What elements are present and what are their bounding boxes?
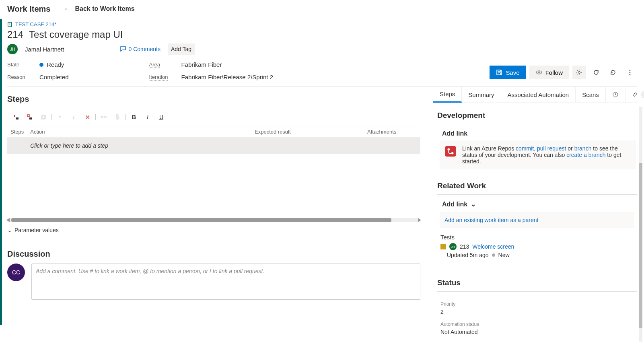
comments-count: 0 Comments (129, 46, 160, 52)
comment-icon (120, 46, 126, 52)
italic-button[interactable]: I (142, 111, 153, 123)
related-work-heading: Related Work (437, 181, 637, 190)
delete-icon: ✕ (85, 113, 90, 121)
more-vertical-icon (627, 69, 633, 76)
field-reason[interactable]: Reason Completed (7, 74, 69, 80)
vertical-scrollbar[interactable] (639, 107, 642, 342)
save-button[interactable]: Save (490, 66, 526, 79)
steps-heading: Steps (7, 95, 420, 104)
parameter-values-toggle[interactable]: ⌄ Parameter values (7, 227, 420, 233)
col-expected: Expected result (251, 126, 364, 138)
format-button[interactable] (98, 111, 109, 123)
svg-rect-18 (440, 244, 446, 249)
assignee-avatar[interactable]: JH (7, 44, 18, 54)
back-link-label: Back to Work Items (75, 5, 134, 12)
meta-row: JH Jamal Hartnett 0 Comments Add Tag (7, 43, 638, 59)
automation-status-label: Automation status (440, 321, 634, 327)
underline-button[interactable]: U (156, 111, 167, 123)
priority-field[interactable]: Priority 2 (437, 297, 637, 317)
refresh-button[interactable] (589, 66, 603, 79)
move-down-button[interactable]: ↓ (68, 111, 79, 123)
svg-point-3 (578, 72, 580, 74)
add-step-placeholder: Click or type here to add a step (27, 138, 420, 154)
arrow-left-icon: ← (64, 5, 71, 13)
more-button[interactable] (623, 66, 637, 79)
main-body: Steps ↑ ↓ ✕ B I U (7, 86, 638, 342)
scrollbar-thumb[interactable] (639, 163, 642, 328)
move-up-button[interactable]: ↑ (54, 111, 66, 123)
branch-link[interactable]: branch (574, 145, 592, 152)
tab-summary[interactable]: Summary (462, 87, 501, 102)
add-tag-button[interactable]: Add Tag (168, 43, 195, 55)
svg-point-4 (630, 70, 631, 71)
svg-rect-12 (101, 116, 103, 118)
paperclip-icon (115, 114, 120, 120)
tab-steps[interactable]: Steps (433, 86, 462, 103)
format-icon (101, 114, 107, 120)
field-state[interactable]: State Ready (7, 61, 69, 68)
add-link-heading[interactable]: Add link (437, 130, 637, 137)
commit-link[interactable]: commit (516, 145, 534, 152)
attach-button[interactable] (112, 111, 123, 123)
add-step-button[interactable] (10, 111, 22, 123)
top-navigation: Work Items ← Back to Work Items (0, 0, 644, 18)
svg-rect-0 (8, 22, 12, 27)
test-assignee-avatar: JH (449, 243, 457, 250)
page-title: Work Items (7, 4, 50, 14)
field-col-left: State Ready Reason Completed (7, 61, 69, 80)
tests-label: Tests (440, 234, 637, 241)
add-link-button[interactable]: Add link ⌄ (437, 200, 637, 208)
comments-link[interactable]: 0 Comments (120, 46, 160, 52)
follow-button[interactable]: Follow (529, 66, 569, 79)
link-icon (632, 91, 638, 98)
state-value: Ready (39, 61, 64, 68)
discussion-heading: Discussion (7, 249, 420, 259)
links-badge: 1 (641, 91, 644, 98)
assignee-name[interactable]: Jamal Hartnett (25, 46, 64, 53)
tab-links[interactable]: 1 (625, 87, 644, 102)
gear-icon (576, 69, 582, 76)
title-row: 214 Test coverage map UI (7, 29, 638, 43)
main-right: Steps Summary Associated Automation Scan… (436, 86, 638, 342)
field-iteration[interactable]: Iteration Fabrikam Fiber\Release 2\Sprin… (149, 74, 273, 80)
state-dot-icon (39, 63, 43, 67)
pull-request-link[interactable]: pull request (537, 145, 566, 152)
tab-history[interactable] (606, 87, 625, 102)
work-item-title[interactable]: Test coverage map UI (29, 29, 123, 40)
test-item[interactable]: JH 213 Welcome screen (440, 243, 637, 250)
settings-button[interactable] (572, 66, 586, 79)
horizontal-scrollbar[interactable] (7, 218, 420, 222)
main-left: Steps ↑ ↓ ✕ B I U (7, 86, 424, 342)
actions-bar: Save Follow (490, 66, 637, 79)
back-link[interactable]: ← Back to Work Items (64, 5, 134, 13)
copy-step-icon (40, 114, 47, 120)
copy-step-button[interactable] (38, 111, 49, 123)
test-updated: Updated 5m ago (447, 252, 489, 258)
follow-label: Follow (545, 69, 563, 76)
bold-button[interactable]: B (128, 111, 140, 123)
state-label: State (7, 62, 30, 68)
status-section: Status Priority 2 Automation status Not … (436, 270, 638, 342)
scrollbar-thumb[interactable] (11, 218, 391, 222)
separator (51, 114, 52, 120)
comment-input[interactable]: Add a comment. Use # to link a work item… (31, 264, 420, 300)
create-branch-link[interactable]: create a branch (566, 152, 605, 158)
undo-icon (610, 69, 616, 76)
add-step-placeholder-row[interactable]: Click or type here to add a step (7, 138, 420, 154)
add-parent-card[interactable]: Add an existing work item as a parent (440, 212, 634, 228)
tab-automation[interactable]: Associated Automation (501, 87, 576, 102)
tab-scans[interactable]: Scans (576, 87, 606, 102)
breadcrumb[interactable]: TEST CASE 214* (7, 18, 638, 29)
eye-icon (536, 69, 542, 76)
development-text: Link an Azure Repos commit, pull request… (462, 145, 631, 165)
undo-button[interactable] (606, 66, 620, 79)
field-area[interactable]: Area Fabrikam Fiber (149, 61, 273, 68)
divider (57, 4, 57, 14)
save-icon (496, 69, 502, 76)
delete-step-button[interactable]: ✕ (82, 111, 93, 123)
test-title-link[interactable]: Welcome screen (472, 243, 514, 250)
add-shared-step-button[interactable] (24, 111, 35, 123)
automation-status-field[interactable]: Automation status Not Automated (437, 317, 637, 338)
reason-value: Completed (39, 74, 69, 80)
state-dot-icon (492, 253, 495, 257)
